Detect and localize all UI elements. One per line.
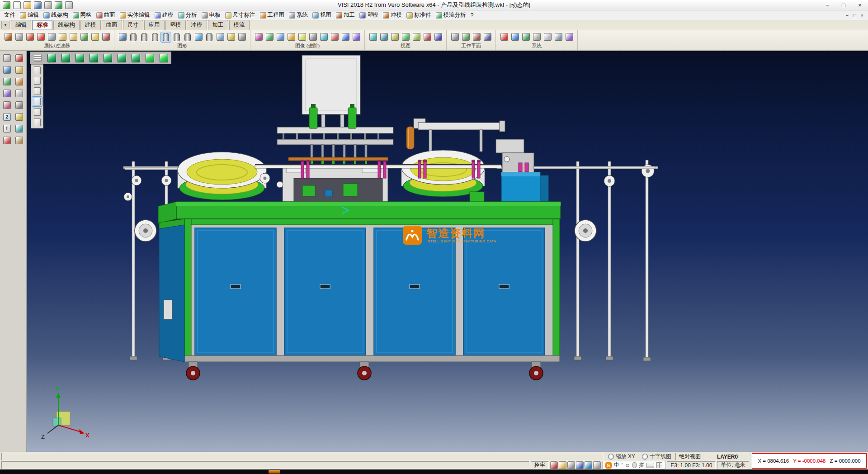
filter-icon[interactable]	[101, 32, 111, 42]
menu-item[interactable]: 网格	[71, 10, 94, 20]
minimize-button[interactable]: −	[819, 0, 835, 10]
new-file-icon[interactable]	[13, 1, 21, 9]
menu-item[interactable]: 实体编辑	[118, 10, 152, 20]
ime-quote-icon[interactable]: '	[622, 462, 623, 469]
ruler-icon[interactable]	[13, 111, 25, 123]
menu-item[interactable]: 曲面	[94, 10, 118, 20]
pencil-add-icon[interactable]	[68, 32, 78, 42]
view-mode-field[interactable]: 绝对视图	[675, 453, 704, 460]
select-box-icon[interactable]	[1, 52, 13, 64]
layers-icon[interactable]	[1, 87, 13, 99]
menu-item[interactable]: 模流分析	[434, 10, 468, 20]
menu-item[interactable]: 分析	[176, 10, 199, 20]
ime-keyboard-icon[interactable]	[646, 463, 654, 468]
layer-field[interactable]: LAYER0	[706, 453, 749, 460]
dynamic-view-icon[interactable]	[390, 32, 400, 42]
tab[interactable]: 尺寸	[123, 20, 143, 30]
refresh-red-icon[interactable]	[25, 32, 35, 42]
workplane-page-icon[interactable]	[32, 107, 42, 117]
crosshair-toggle[interactable]: 十字线图	[639, 453, 674, 460]
menu-item[interactable]: ?	[468, 10, 476, 20]
settings-icon[interactable]	[65, 1, 73, 9]
tab-dropdown-button[interactable]: ▼	[1, 21, 9, 29]
3d-viewport[interactable]: Y X Z 智造资料网	[27, 51, 868, 452]
rotate-icon[interactable]	[1, 76, 13, 87]
cylinder-icon[interactable]	[172, 32, 182, 42]
redraw-icon[interactable]	[433, 32, 443, 42]
print-icon[interactable]	[44, 1, 52, 9]
pencil-yellow-icon[interactable]	[90, 32, 100, 42]
ime-pinyin-toggle[interactable]: 拼	[639, 461, 644, 469]
taskbar-app-icon[interactable]	[269, 470, 280, 474]
lock-field[interactable]: 拴牢	[531, 461, 549, 469]
edit-pencil-icon[interactable]	[13, 76, 25, 87]
menu-item[interactable]: 工程图	[258, 10, 287, 20]
photo-icon[interactable]	[275, 32, 285, 42]
menu-item[interactable]: 系统	[287, 10, 310, 20]
matrix-icon[interactable]	[553, 32, 563, 42]
info-icon[interactable]	[340, 32, 350, 42]
cylinder-active-icon[interactable]	[161, 32, 171, 42]
units-field[interactable]: 单位: 毫米	[717, 461, 749, 469]
tab[interactable]: 建模	[80, 20, 101, 30]
text-icon[interactable]: T	[1, 123, 13, 134]
tab[interactable]: 标准	[32, 20, 52, 30]
windows-taskbar[interactable]	[0, 469, 868, 474]
bottom-view-icon[interactable]	[130, 52, 141, 63]
restore-button[interactable]: □	[835, 0, 852, 10]
menu-item[interactable]: 标准件	[404, 10, 434, 20]
tab[interactable]: 线架构	[53, 20, 80, 30]
settings-green-icon[interactable]	[521, 32, 531, 42]
number-2-icon[interactable]: 2	[1, 111, 13, 123]
view-photo-icon[interactable]	[319, 32, 329, 42]
tab[interactable]: 模流	[229, 20, 250, 30]
workplane-page-icon[interactable]	[32, 66, 42, 75]
crosshair-icon[interactable]	[1, 64, 13, 76]
shade-icon[interactable]	[286, 32, 296, 42]
render-icon[interactable]	[254, 32, 264, 42]
tab[interactable]: 冲模	[187, 20, 207, 30]
tab[interactable]: 编辑	[11, 20, 31, 30]
color-grid-icon[interactable]	[499, 32, 509, 42]
menu-item[interactable]: 建模	[152, 10, 176, 20]
print-icon[interactable]	[14, 32, 24, 42]
view-list-icon[interactable]	[32, 52, 43, 63]
front-view-icon[interactable]	[60, 52, 71, 63]
folder-icon[interactable]	[559, 461, 566, 469]
visi-logo[interactable]	[2, 1, 10, 9]
left-view-icon[interactable]	[88, 52, 99, 63]
clipboard-icon[interactable]	[13, 134, 25, 146]
measure-icon[interactable]	[226, 32, 236, 42]
workplane-lock-icon[interactable]	[32, 118, 42, 127]
tab[interactable]: 加工	[208, 20, 228, 30]
menu-item[interactable]: 加工	[334, 10, 357, 20]
workplane-page-active-icon[interactable]	[32, 97, 42, 106]
gem-icon[interactable]	[351, 32, 361, 42]
tab[interactable]: 塑模	[165, 20, 186, 30]
gear-icon[interactable]	[567, 461, 575, 469]
iso-view-icon[interactable]	[46, 52, 57, 63]
plane-rotate-icon[interactable]	[472, 32, 481, 42]
cylinder-green-icon[interactable]	[183, 32, 193, 42]
texture-icon[interactable]	[264, 32, 274, 42]
workplane-page-icon[interactable]	[32, 86, 42, 96]
mdi-close-button[interactable]: ×	[861, 13, 863, 18]
cylinder-pair-icon[interactable]	[204, 32, 214, 42]
zoom-all-icon[interactable]	[368, 32, 378, 42]
stack-icon[interactable]	[193, 32, 203, 42]
counter-2-icon[interactable]	[585, 461, 592, 469]
zoom-xy-toggle[interactable]: 缩放 XY	[605, 453, 638, 460]
axonometric-view-icon[interactable]	[144, 52, 155, 63]
dynamic-rotate-icon[interactable]	[158, 52, 169, 63]
view-cube-icon[interactable]	[54, 1, 62, 9]
ime-emoji-icon[interactable]: ☺	[625, 462, 630, 469]
grid-cylinder-icon[interactable]	[215, 32, 225, 42]
tool-icon[interactable]	[237, 32, 247, 42]
pencil-icon[interactable]	[13, 64, 25, 76]
camera-icon[interactable]	[308, 32, 318, 42]
printer-icon[interactable]	[593, 461, 601, 469]
save-icon[interactable]	[33, 1, 42, 9]
screen-icon[interactable]	[550, 461, 558, 469]
back-view-icon[interactable]	[74, 52, 85, 63]
workplane-icon[interactable]	[450, 32, 460, 42]
